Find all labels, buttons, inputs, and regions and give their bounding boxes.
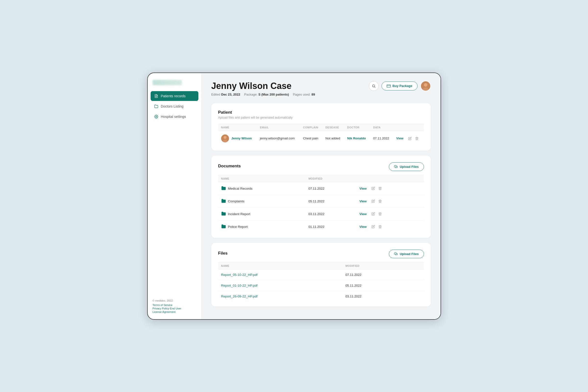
edited-label: Edited Dec 23, 2022 <box>211 92 240 96</box>
footer-link[interactable]: Privacy Policy End User <box>153 307 196 310</box>
file-name-link[interactable]: Report_05-10-22_HP.pdf <box>221 273 258 276</box>
col-complain: COMPLAIN <box>300 124 322 131</box>
doc-modified: 01.11.2022 <box>305 220 356 233</box>
doc-edit-button[interactable] <box>371 186 375 190</box>
doc-col-name: NAME <box>218 175 306 182</box>
doc-delete-button[interactable] <box>378 212 382 216</box>
sidebar-item-hospital-settings[interactable]: Hospital settings <box>151 112 198 122</box>
upload-icon-files <box>394 252 398 256</box>
file-modified: 03.11.2022 <box>343 291 407 302</box>
documents-upload-button[interactable]: Upload Files <box>389 162 424 171</box>
credit-card-icon <box>387 84 391 88</box>
doc-edit-button[interactable] <box>371 224 375 229</box>
folder-name-cell: Complaints <box>221 198 303 204</box>
doc-col-actions <box>357 175 424 182</box>
main-content: Jenny Wilson Case Edited Dec 23, 2022 Pa… <box>202 73 441 319</box>
delete-button[interactable] <box>415 136 419 141</box>
folder-label: Complaints <box>228 200 245 203</box>
doc-modified: 05.11.2022 <box>305 195 356 208</box>
table-row: Police Report 01.11.2022 View <box>218 220 424 233</box>
folder-icon <box>221 186 226 191</box>
col-name: NAME <box>218 124 257 131</box>
doctors-listing-icon <box>154 104 158 108</box>
search-button[interactable] <box>369 81 379 91</box>
col-data: DATA <box>370 124 393 131</box>
patient-card-title: Patient <box>218 110 424 115</box>
table-row: Report_26-09-22_HP.pdf 03.11.2022 <box>218 291 424 302</box>
doc-edit-button[interactable] <box>371 199 375 203</box>
documents-table: NAME MODIFIED Medical Records 07.11.2022… <box>218 175 424 233</box>
sidebar-item-doctors-listing[interactable]: Doctors Listing <box>151 102 198 111</box>
documents-section-header: Documents Upload Files <box>218 162 424 171</box>
doc-actions: View <box>360 186 421 190</box>
buy-package-button[interactable]: Buy Package <box>382 82 418 90</box>
page-header: Jenny Wilson Case Edited Dec 23, 2022 Pa… <box>211 81 431 96</box>
patient-desease: Not added <box>323 131 344 146</box>
file-name-link[interactable]: Report_01-10-22_HP.pdf <box>221 284 258 288</box>
doc-actions: View <box>360 224 421 229</box>
file-actions <box>407 269 424 280</box>
doc-actions: View <box>360 212 421 216</box>
package-info: Package: S (Max 200 patients) <box>244 92 289 96</box>
svg-line-4 <box>374 87 375 88</box>
device-frame: Patients recordsDoctors ListingHospital … <box>147 72 441 320</box>
file-modified: 07.11.2022 <box>343 269 407 280</box>
view-link[interactable]: View <box>396 136 403 140</box>
sidebar-item-patients-records[interactable]: Patients records <box>151 91 198 101</box>
footer-link[interactable]: License Agreement <box>153 310 196 313</box>
table-row: Report_01-10-22_HP.pdf 05.11.2022 <box>218 280 424 291</box>
doc-view-link[interactable]: View <box>360 225 367 228</box>
doc-view-link[interactable]: View <box>360 200 367 203</box>
patients-records-icon <box>154 94 158 98</box>
patient-avatar-small <box>221 134 229 142</box>
sidebar-item-label-patients-records: Patients records <box>161 94 186 98</box>
patient-card-subtitle: Apload files and patient will be generat… <box>218 116 424 119</box>
folder-name-cell: Police Report <box>221 224 303 230</box>
files-table: NAME MODIFIED Report_05-10-22_HP.pdf 07.… <box>218 262 424 302</box>
patient-card: Patient Apload files and patient will be… <box>211 103 431 151</box>
svg-point-8 <box>424 83 427 86</box>
folder-icon <box>221 198 226 204</box>
doc-modified: 03.11.2022 <box>305 208 356 220</box>
folder-label: Incident Report <box>228 212 251 216</box>
file-col-actions <box>407 262 424 269</box>
files-upload-button[interactable]: Upload Files <box>389 250 424 258</box>
edit-button[interactable] <box>408 136 412 141</box>
table-row: Medical Records 07.11.2022 View <box>218 182 424 195</box>
col-email: EMAIL <box>257 124 300 131</box>
footer-links: Terms of ServicePrivacy Policy End UserL… <box>153 304 196 313</box>
doc-edit-button[interactable] <box>371 212 375 216</box>
header-left: Jenny Wilson Case Edited Dec 23, 2022 Pa… <box>211 81 315 96</box>
file-name-link[interactable]: Report_26-09-22_HP.pdf <box>221 294 258 298</box>
file-modified: 05.11.2022 <box>343 280 407 291</box>
file-actions <box>407 291 424 302</box>
file-col-modified: MODIFIED <box>343 262 407 269</box>
patient-actions: View <box>396 136 421 141</box>
files-section-header: Files Upload Files <box>218 250 424 258</box>
patient-complain: Chest pain <box>300 131 322 146</box>
doc-modified: 07.11.2022 <box>305 182 356 195</box>
doc-delete-button[interactable] <box>378 199 382 203</box>
patient-email: jenny.wilson@gmail.com <box>257 131 300 146</box>
doc-view-link[interactable]: View <box>360 212 367 216</box>
doc-delete-button[interactable] <box>378 186 382 190</box>
documents-card: Documents Upload Files NAME MODIFIED <box>211 156 431 238</box>
doc-view-link[interactable]: View <box>360 187 367 190</box>
patient-name[interactable]: Jenny Wilson <box>231 136 252 140</box>
table-row: Report_05-10-22_HP.pdf 07.11.2022 <box>218 269 424 280</box>
folder-icon <box>221 211 226 217</box>
patient-doctor: Nik Ronaldo <box>347 136 366 140</box>
doc-col-modified: MODIFIED <box>305 175 356 182</box>
sidebar-item-label-doctors-listing: Doctors Listing <box>161 104 184 108</box>
table-row: Incident Report 03.11.2022 View <box>218 208 424 220</box>
col-actions <box>393 124 424 131</box>
sidebar-item-label-hospital-settings: Hospital settings <box>161 115 186 118</box>
sidebar-logo <box>148 73 201 91</box>
files-title: Files <box>218 251 228 256</box>
file-actions <box>407 280 424 291</box>
doc-delete-button[interactable] <box>378 224 382 229</box>
logo-image <box>153 80 182 85</box>
user-avatar[interactable] <box>421 81 431 91</box>
footer-link[interactable]: Terms of Service <box>153 304 196 306</box>
folder-icon <box>221 224 226 230</box>
